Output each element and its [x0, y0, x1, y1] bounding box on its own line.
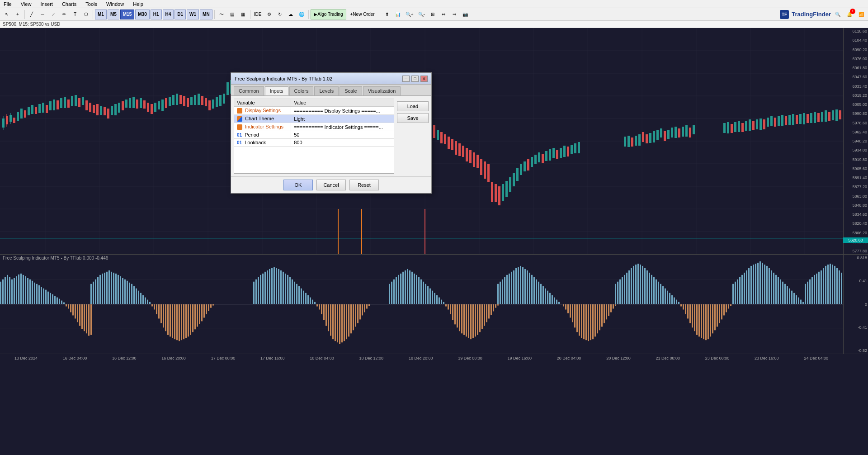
svg-rect-534: [694, 304, 695, 332]
svg-rect-504: [563, 304, 564, 307]
dialog-maximize-btn[interactable]: □: [411, 76, 419, 82]
svg-rect-448: [197, 304, 198, 327]
grid-btn[interactable]: ⊞: [428, 9, 438, 19]
load-button[interactable]: Load: [397, 101, 429, 111]
chart-type-candle[interactable]: ▦: [238, 9, 248, 19]
svg-rect-246: [127, 281, 128, 304]
indicator-settings-dialog[interactable]: Free Scalping Indicator MT5 - By TFlab 1…: [231, 72, 432, 194]
svg-rect-338: [615, 284, 616, 304]
svg-rect-206: [11, 280, 13, 304]
date-12: 20 Dec 12:00: [606, 356, 631, 360]
tab-inputs[interactable]: Inputs: [265, 86, 288, 95]
val-period[interactable]: 50: [291, 131, 394, 139]
ide-btn[interactable]: IDE: [252, 9, 264, 19]
svg-rect-433: [163, 304, 164, 328]
hline-tool[interactable]: ─: [38, 9, 47, 19]
tab-colors[interactable]: Colors: [289, 86, 314, 95]
table-row[interactable]: 01 Period 50: [234, 131, 394, 139]
tf-d1[interactable]: D1: [175, 9, 186, 19]
svg-rect-538: [703, 304, 704, 340]
crosshair-tool[interactable]: +: [13, 9, 23, 19]
menu-insert[interactable]: Insert: [38, 1, 55, 7]
save-button[interactable]: Save: [397, 113, 429, 123]
svg-rect-532: [689, 304, 691, 323]
tf-w1[interactable]: W1: [187, 9, 199, 19]
svg-rect-260: [260, 275, 261, 304]
draw-tool[interactable]: ✏: [59, 9, 69, 19]
svg-rect-456: [316, 304, 318, 307]
svg-rect-138: [574, 143, 576, 153]
svg-rect-220: [43, 289, 44, 304]
svg-rect-505: [565, 304, 566, 310]
svg-rect-89: [216, 97, 218, 107]
val-chart-theme[interactable]: Light: [291, 115, 394, 123]
refresh-btn[interactable]: ↻: [275, 9, 285, 19]
ok-button[interactable]: OK: [283, 180, 313, 190]
screenshot-btn[interactable]: 📷: [460, 9, 470, 19]
text-tool[interactable]: T: [70, 9, 80, 19]
tab-common[interactable]: Common: [234, 86, 264, 95]
signal-bar[interactable]: 📶: [856, 9, 866, 19]
menu-window[interactable]: Window: [104, 1, 126, 7]
tf-m5[interactable]: M5: [108, 9, 119, 19]
svg-rect-424: [84, 304, 85, 332]
zoom-out-btn[interactable]: 🔍-: [416, 9, 427, 19]
dialog-close-btn[interactable]: ✕: [420, 76, 428, 82]
reset-button[interactable]: Reset: [349, 180, 379, 190]
svg-rect-461: [328, 304, 329, 332]
table-row[interactable]: 01 Lookback 800: [234, 139, 394, 147]
chart-type-line[interactable]: 〜: [217, 9, 226, 19]
new-order-btn[interactable]: + New Order: [347, 9, 378, 19]
cursor-tool[interactable]: ↖: [2, 9, 12, 19]
menu-file[interactable]: File: [2, 1, 14, 7]
indicator-chart: [0, 255, 843, 354]
algo-trading-btn[interactable]: ▶ Algo Trading: [311, 9, 346, 19]
cloud-btn[interactable]: ☁: [286, 9, 296, 19]
tf-m15[interactable]: M15: [120, 9, 134, 19]
compile-btn[interactable]: ⚙: [264, 9, 274, 19]
tf-h1[interactable]: H1: [151, 9, 162, 19]
scroll-btn[interactable]: ⇔: [439, 9, 448, 19]
table-row[interactable]: Indicator Settings ========== Indicator …: [234, 123, 394, 131]
cancel-button[interactable]: Cancel: [316, 180, 346, 190]
tf-mn[interactable]: MN: [200, 9, 212, 19]
svg-rect-545: [719, 304, 720, 323]
search-icon-btn[interactable]: 🔍: [833, 9, 843, 19]
menu-view[interactable]: View: [19, 1, 33, 7]
svg-rect-39: [35, 107, 37, 114]
chart-type-bar[interactable]: ▤: [227, 9, 237, 19]
tab-visualization[interactable]: Visualization: [363, 86, 401, 95]
svg-rect-38: [31, 105, 33, 114]
table-row[interactable]: Display Settings ========== Display Sett…: [234, 107, 394, 115]
chart-tools1[interactable]: 📊: [393, 9, 403, 19]
tf-m1[interactable]: M1: [95, 9, 107, 19]
zoom-in-btn[interactable]: 🔍+: [404, 9, 415, 19]
svg-rect-406: [821, 270, 822, 304]
menu-tools[interactable]: Tools: [84, 1, 99, 7]
svg-rect-130: [545, 151, 547, 161]
menu-help[interactable]: Help: [131, 1, 145, 7]
auto-scroll-btn[interactable]: ⇒: [449, 9, 459, 19]
svg-rect-468: [344, 304, 345, 341]
tab-scale[interactable]: Scale: [340, 86, 362, 95]
svg-rect-137: [571, 145, 573, 154]
tline-tool[interactable]: ⟋: [48, 9, 58, 19]
svg-rect-401: [809, 280, 811, 304]
menu-charts[interactable]: Charts: [60, 1, 78, 7]
shapes-tool[interactable]: ⬡: [81, 9, 91, 19]
tab-levels[interactable]: Levels: [314, 86, 339, 95]
svg-rect-323: [527, 270, 528, 304]
depth-btn[interactable]: ⬆: [382, 9, 392, 19]
dialog-minimize-btn[interactable]: ─: [402, 76, 410, 82]
globe-btn[interactable]: 🌐: [297, 9, 307, 19]
svg-rect-187: [821, 112, 823, 122]
svg-rect-531: [687, 304, 689, 319]
tf-h4[interactable]: H4: [163, 9, 174, 19]
svg-rect-227: [59, 299, 60, 304]
notification-badge: 1: [850, 9, 855, 14]
val-lookback[interactable]: 800: [291, 139, 394, 147]
table-row[interactable]: Chart Theme Light: [234, 115, 394, 123]
tf-m30[interactable]: M30: [135, 9, 149, 19]
svg-rect-390: [784, 284, 786, 304]
line-tool[interactable]: ╱: [27, 9, 37, 19]
